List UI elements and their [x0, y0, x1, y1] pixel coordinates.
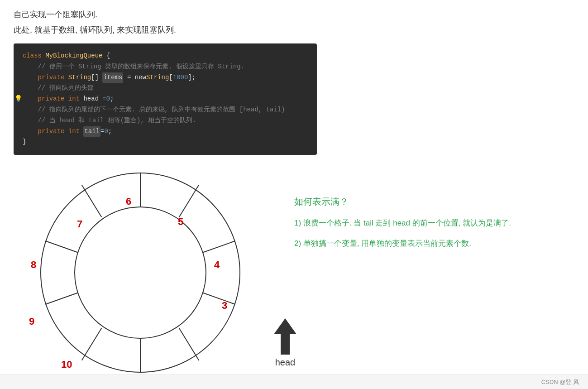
answer-item-2: 2) 单独搞一个变量, 用单独的变量表示当前元素个数. [294, 237, 574, 250]
right-panel: 如何表示满？ 1) 浪费一个格子. 当 tail 走到 head 的前一个位置,… [294, 168, 574, 258]
code-line-8: private int tail = 0; [23, 126, 308, 137]
code-line-3: private String[] items = new String[1000… [23, 72, 308, 83]
answer-item-1: 1) 浪费一个格子. 当 tail 走到 head 的前一个位置, 就认为是满了… [294, 217, 574, 229]
head-label: head [275, 357, 296, 368]
segment-label-9: 9 [29, 316, 34, 327]
segment-label-7: 7 [77, 218, 82, 230]
footer: CSDN @登 风 [0, 375, 588, 389]
svg-marker-12 [274, 318, 296, 355]
segment-label-8: 8 [31, 259, 36, 271]
ring-svg [14, 168, 276, 386]
page-content: 自己实现一个阻塞队列. 此处, 就基于数组, 循环队列, 来实现阻塞队列. cl… [0, 0, 588, 389]
head-arrow-svg [272, 318, 299, 355]
svg-line-3 [179, 185, 199, 217]
tail-highlight: tail [83, 126, 100, 137]
question-title: 如何表示满？ [294, 196, 574, 208]
svg-line-8 [82, 328, 102, 360]
items-highlight: items [102, 72, 123, 83]
code-line-4: // 指向队列的头部 [23, 83, 308, 94]
segment-label-5: 5 [178, 216, 183, 228]
svg-line-6 [179, 328, 199, 360]
title-line1: 自己实现一个阻塞队列. [14, 9, 574, 20]
code-line-5: 💡 private int head = 0; [23, 94, 308, 105]
code-line-2: // 使用一个 String 类型的数组来保存元素. 假设这里只存 String… [23, 62, 308, 72]
code-line-1: class MyBlockingQueue { [23, 51, 308, 62]
title-line2: 此处, 就基于数组, 循环队列, 来实现阻塞队列. [14, 24, 574, 35]
svg-line-5 [203, 293, 235, 305]
segment-label-4: 4 [214, 259, 220, 271]
head-indicator: head [272, 318, 299, 368]
circle-diagram: 3 4 5 6 7 8 9 10 head [14, 168, 276, 386]
svg-line-9 [45, 293, 78, 305]
code-block: class MyBlockingQueue { // 使用一个 String 类… [14, 43, 317, 155]
footer-text: CSDN @登 风 [541, 378, 579, 386]
class-name: MyBlockingQueue [45, 51, 102, 62]
segment-label-3: 3 [222, 300, 227, 312]
code-line-6: // 指向队列的尾部的下一个元素. 总的来说, 队列中有效元素的范围 [head… [23, 105, 308, 115]
lower-section: 3 4 5 6 7 8 9 10 head [14, 168, 574, 386]
svg-line-10 [45, 241, 78, 253]
svg-line-4 [203, 241, 235, 253]
svg-line-11 [82, 185, 102, 217]
segment-label-6: 6 [126, 196, 131, 207]
keyword-class: class [23, 51, 42, 62]
segment-label-10: 10 [61, 359, 72, 370]
svg-point-1 [75, 207, 206, 338]
code-line-9: } [23, 137, 308, 148]
bulb-icon: 💡 [14, 94, 22, 105]
code-line-7: // 当 head 和 tail 相等(重合), 相当于空的队列. [23, 115, 308, 126]
